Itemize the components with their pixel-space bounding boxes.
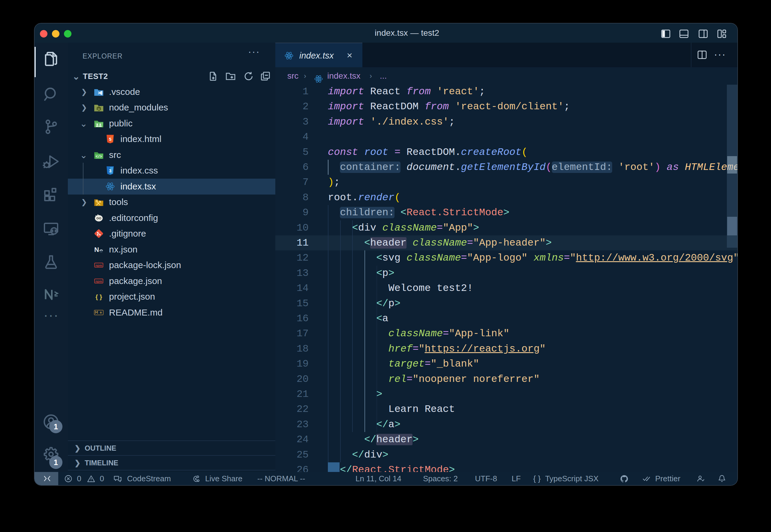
svg-text:npm: npm (95, 264, 102, 267)
svg-text:js: js (98, 107, 100, 110)
svg-text:{ }: { } (95, 293, 102, 300)
svg-text:</>: </> (95, 155, 102, 159)
svg-text:N: N (94, 246, 99, 253)
svg-text:3: 3 (109, 168, 111, 173)
svg-text:npm: npm (95, 280, 102, 283)
svg-text:5: 5 (109, 137, 111, 142)
